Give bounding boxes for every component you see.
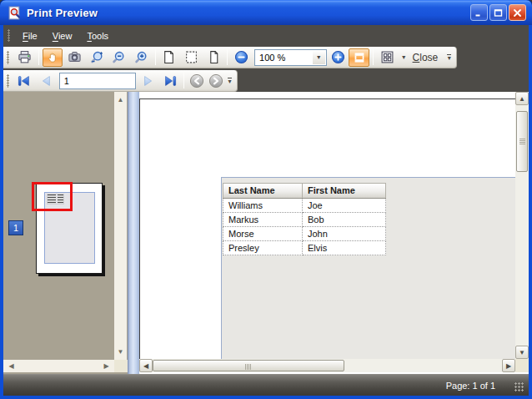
forward-button[interactable]	[206, 72, 225, 90]
last-page-button[interactable]	[160, 72, 182, 90]
scroll-down-icon[interactable]: ▼	[114, 346, 127, 358]
first-page-button[interactable]	[13, 72, 35, 90]
zoom-region-rectangle[interactable]	[32, 182, 73, 211]
first-page-icon	[18, 75, 30, 87]
scroll-left-icon[interactable]: ◀	[139, 359, 153, 372]
multi-page-button[interactable]	[377, 48, 398, 67]
table-row: Williams Joe	[223, 199, 386, 213]
menu-gripper[interactable]	[8, 29, 10, 42]
cell-last-name: Williams	[223, 199, 303, 213]
scrollbar-corner	[515, 359, 529, 372]
cell-first-name: Joe	[303, 199, 386, 213]
table-row: Morse John	[223, 227, 386, 241]
toolbar-gripper[interactable]	[7, 51, 9, 64]
zoom-increase-icon	[331, 50, 345, 64]
page-number-badge[interactable]: 1	[8, 220, 23, 235]
forward-icon	[208, 73, 223, 88]
cell-first-name: John	[303, 227, 386, 241]
page-number-input[interactable]	[59, 73, 136, 89]
maximize-button[interactable]	[489, 4, 507, 21]
actual-size-button[interactable]	[159, 48, 180, 67]
back-icon	[189, 73, 204, 88]
cell-first-name: Bob	[303, 213, 386, 227]
scroll-down-icon[interactable]: ▼	[515, 346, 529, 359]
print-preview-window: Print Preview File View Tools	[0, 0, 532, 399]
preview-vertical-scrollbar[interactable]: ▲ ▼	[515, 92, 529, 359]
scroll-right-icon[interactable]: ▶	[100, 360, 113, 372]
title-bar: Print Preview	[0, 0, 532, 25]
next-page-button[interactable]	[138, 72, 160, 90]
preview-area: Last Name First Name Williams Joe Markus…	[139, 92, 529, 374]
toolbar-overflow-chevron[interactable]: ▾	[225, 78, 234, 83]
close-button[interactable]	[509, 4, 526, 21]
print-icon	[18, 50, 32, 64]
separator	[155, 49, 156, 65]
fit-width-button[interactable]	[203, 48, 224, 67]
multi-page-icon	[380, 50, 394, 64]
zoom-out-tool-button[interactable]	[108, 48, 129, 67]
menu-file[interactable]: File	[15, 28, 45, 44]
fit-page-button[interactable]	[181, 48, 202, 67]
dynamic-zoom-button[interactable]	[87, 48, 108, 67]
main-toolbar: 100 % ▼	[3, 47, 457, 68]
vertical-scroll-thumb[interactable]	[516, 111, 528, 172]
snapshot-button[interactable]	[64, 48, 85, 67]
scroll-left-icon[interactable]: ◀	[5, 360, 18, 372]
horizontal-scroll-thumb[interactable]	[153, 360, 344, 371]
close-preview-button[interactable]: Close	[409, 49, 445, 66]
separator	[227, 49, 228, 65]
panel-horizontal-scrollbar[interactable]: ◀ ▶	[3, 360, 114, 372]
zoom-out-tool-icon	[112, 50, 126, 64]
toolbar-overflow-chevron[interactable]: ▾	[444, 54, 454, 60]
thumbnail-panel: 1 ▲ ▼ ◀ ▶	[3, 92, 128, 374]
multi-page-dropdown-icon[interactable]: ▼	[399, 54, 409, 60]
page-width-icon	[353, 51, 366, 64]
menu-tools[interactable]: Tools	[79, 28, 116, 44]
next-page-icon	[143, 75, 154, 87]
combo-dropdown-icon[interactable]: ▼	[313, 51, 325, 64]
previous-page-button[interactable]	[35, 72, 57, 90]
close-icon	[513, 8, 522, 18]
table-row: Presley Elvis	[223, 241, 386, 255]
table-header-row: Last Name First Name	[223, 183, 386, 199]
preview-table: Last Name First Name Williams Joe Markus…	[223, 183, 386, 255]
preview-page: Last Name First Name Williams Joe Markus…	[139, 98, 515, 359]
scroll-right-icon[interactable]: ▶	[502, 359, 515, 372]
separator	[183, 73, 184, 88]
separator	[373, 49, 374, 65]
zoom-decrease-button[interactable]	[231, 48, 252, 67]
status-bar: Page: 1 of 1	[3, 374, 529, 396]
zoom-increase-button[interactable]	[329, 48, 348, 67]
back-button[interactable]	[187, 72, 206, 90]
snapshot-icon	[68, 50, 82, 64]
zoom-in-tool-button[interactable]	[131, 48, 152, 67]
fit-page-icon	[184, 50, 198, 64]
hand-tool-button[interactable]	[43, 48, 63, 67]
panel-splitter[interactable]	[128, 92, 139, 374]
printed-grid-region: Last Name First Name Williams Joe Markus…	[221, 177, 515, 359]
resize-grip-icon[interactable]	[514, 382, 524, 391]
last-page-icon	[164, 75, 177, 87]
actual-size-icon	[162, 50, 176, 64]
zoom-decrease-icon	[234, 50, 248, 64]
page-width-button[interactable]	[349, 48, 369, 67]
table-row: Markus Bob	[223, 213, 386, 227]
scrollbar-corner	[114, 360, 128, 372]
navigation-toolbar: ▾	[3, 70, 238, 92]
cell-last-name: Markus	[223, 213, 303, 227]
minimize-icon	[474, 8, 484, 18]
dynamic-zoom-icon	[90, 50, 104, 64]
scroll-up-icon[interactable]: ▲	[114, 93, 127, 106]
minimize-button[interactable]	[470, 4, 488, 21]
scroll-up-icon[interactable]: ▲	[515, 92, 529, 105]
panel-vertical-scrollbar[interactable]: ▲ ▼	[114, 92, 127, 360]
cell-last-name: Morse	[223, 227, 303, 241]
print-button[interactable]	[14, 48, 35, 67]
zoom-in-tool-icon	[134, 50, 148, 64]
menu-view[interactable]: View	[45, 28, 80, 44]
toolbar-gripper[interactable]	[7, 74, 9, 88]
previous-page-icon	[40, 75, 51, 87]
zoom-combobox[interactable]: 100 % ▼	[254, 49, 327, 66]
hand-tool-icon	[46, 51, 59, 64]
preview-horizontal-scrollbar[interactable]: ◀ ▶	[139, 359, 515, 372]
